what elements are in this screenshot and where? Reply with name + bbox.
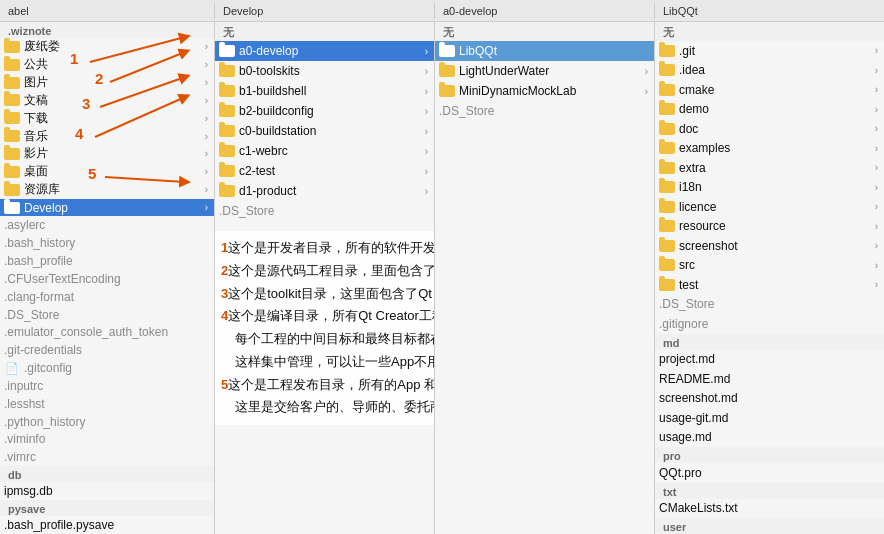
annotation-line-2: 2这个是源代码工程目录，里面包含了所有的Lib App开发工程 — [221, 260, 435, 283]
list-item[interactable]: screenshot.md — [655, 389, 884, 409]
list-item[interactable]: README.md — [655, 369, 884, 389]
list-item[interactable]: .bash_profile — [0, 252, 214, 270]
list-item[interactable]: .idea › — [655, 61, 884, 81]
list-item[interactable]: usage.md — [655, 428, 884, 448]
list-item[interactable]: .asylerc — [0, 216, 214, 234]
list-item[interactable]: 废纸娄 › — [0, 38, 214, 56]
list-item[interactable]: MiniDynamicMockLab › — [435, 81, 654, 101]
list-item[interactable]: c0-buildstation › — [215, 121, 434, 141]
list-item[interactable]: .DS_Store — [0, 306, 214, 324]
list-item[interactable]: .emulator_console_auth_token — [0, 324, 214, 342]
list-item[interactable]: ipmsg.db — [0, 482, 214, 500]
folder-icon — [219, 165, 235, 177]
list-item[interactable]: b2-buildconfig › — [215, 101, 434, 121]
list-item[interactable]: c1-webrc › — [215, 141, 434, 161]
folder-icon — [659, 279, 675, 291]
annotation-line-4b: 每个工程的中间目标和最终目标都在这里，但是仅仅调试用。 — [221, 328, 435, 351]
list-item[interactable]: .bash_history — [0, 234, 214, 252]
annotation-line-5b: 这里是交给客户的、导师的、委托商的二进制程序包。 — [221, 396, 435, 419]
list-item[interactable]: .CFUserTextEncoding — [0, 270, 214, 288]
list-item[interactable]: doc › — [655, 119, 884, 139]
list-item[interactable]: .DS_Store — [435, 101, 654, 121]
list-item[interactable]: 影片 › — [0, 145, 214, 163]
list-item[interactable]: CMakeLists.txt — [655, 499, 884, 519]
section-pro: pro — [655, 447, 884, 463]
list-item[interactable]: examples › — [655, 139, 884, 159]
list-item[interactable]: 公共 › — [0, 56, 214, 74]
list-item[interactable]: project.md — [655, 350, 884, 370]
list-item[interactable]: .gitignore — [655, 314, 884, 334]
list-item[interactable]: cmake › — [655, 80, 884, 100]
list-item[interactable]: licence › — [655, 197, 884, 217]
list-item-libqqt[interactable]: LibQQt › — [435, 41, 654, 61]
file-icon: 📄 — [4, 361, 20, 375]
folder-icon — [659, 220, 675, 232]
header-bar: abel Develop a0-develop LibQQt — [0, 0, 884, 22]
column-2: 无 a0-develop › b0-toolskits › b1-buildsh… — [215, 22, 435, 534]
section-txt: txt — [655, 483, 884, 499]
list-item[interactable]: 图片 › — [0, 74, 214, 92]
folder-icon — [4, 77, 20, 89]
main-content: .wiznote 废纸娄 › 公共 › 图片 › 文稿 › 下载 › 音 — [0, 22, 884, 534]
list-item[interactable]: .clang-format — [0, 288, 214, 306]
list-item[interactable]: src › — [655, 256, 884, 276]
list-item-develop[interactable]: Develop › — [0, 199, 214, 217]
list-item[interactable]: .lesshst — [0, 395, 214, 413]
list-item[interactable]: .inputrc — [0, 377, 214, 395]
list-item[interactable]: 音乐 › — [0, 127, 214, 145]
list-item[interactable]: screenshot › — [655, 236, 884, 256]
list-item[interactable]: 文稿 › — [0, 92, 214, 110]
list-item[interactable]: 资源库 › — [0, 181, 214, 199]
folder-icon — [4, 59, 20, 71]
folder-icon — [219, 185, 235, 197]
folder-icon — [219, 65, 235, 77]
list-item[interactable]: i18n › — [655, 178, 884, 198]
annotation-line-1: 1这个是开发者目录，所有的软件开发工作，都在这里进行 — [221, 237, 435, 260]
list-item[interactable]: .bash_profile.pysave — [0, 516, 214, 534]
section-user: user — [655, 518, 884, 534]
folder-icon — [219, 125, 235, 137]
section-db: db — [0, 466, 214, 482]
list-item[interactable]: .DS_Store — [215, 201, 434, 221]
list-item[interactable]: .vimrc — [0, 448, 214, 466]
list-item[interactable]: QQt.pro — [655, 463, 884, 483]
section-col3: 无 — [435, 22, 654, 41]
list-item[interactable]: .git-credentials — [0, 341, 214, 359]
annotation-line-3: 3这个是toolkit目录，这里面包含了Qt library 编译器、基础依赖L… — [221, 283, 435, 306]
list-item[interactable]: d1-product › — [215, 181, 434, 201]
list-item[interactable]: .viminfo — [0, 431, 214, 449]
list-item[interactable]: b0-toolskits › — [215, 61, 434, 81]
list-item[interactable]: c2-test › — [215, 161, 434, 181]
header-col2: Develop — [215, 3, 435, 19]
list-item[interactable]: resource › — [655, 217, 884, 237]
section-wiznote: .wiznote — [0, 22, 214, 38]
list-item[interactable]: 📄 .gitconfig — [0, 359, 214, 377]
annotation-panel: 1这个是开发者目录，所有的软件开发工作，都在这里进行 2这个是源代码工程目录，里… — [215, 231, 435, 425]
folder-icon — [4, 130, 20, 142]
list-item[interactable]: demo › — [655, 100, 884, 120]
folder-icon — [659, 64, 675, 76]
section-pysave: pysave — [0, 500, 214, 516]
list-item[interactable]: usage-git.md — [655, 408, 884, 428]
section-col4: 无 — [655, 22, 884, 41]
folder-icon — [659, 45, 675, 57]
folder-icon — [4, 112, 20, 124]
folder-icon — [659, 123, 675, 135]
list-item[interactable]: b1-buildshell › — [215, 81, 434, 101]
list-item[interactable]: test › — [655, 275, 884, 295]
list-item[interactable]: .DS_Store — [655, 295, 884, 315]
list-item[interactable]: .git › — [655, 41, 884, 61]
list-item[interactable]: LightUnderWater › — [435, 61, 654, 81]
header-col4: LibQQt — [655, 3, 884, 19]
list-item[interactable]: extra › — [655, 158, 884, 178]
list-item[interactable]: .python_history — [0, 413, 214, 431]
folder-icon — [4, 202, 20, 214]
list-item[interactable]: 桌面 › — [0, 163, 214, 181]
folder-icon — [219, 45, 235, 57]
list-item[interactable]: 下载 › — [0, 109, 214, 127]
list-item-a0develop[interactable]: a0-develop › — [215, 41, 434, 61]
folder-icon — [4, 184, 20, 196]
folder-icon — [219, 145, 235, 157]
folder-icon — [439, 85, 455, 97]
folder-icon — [659, 162, 675, 174]
